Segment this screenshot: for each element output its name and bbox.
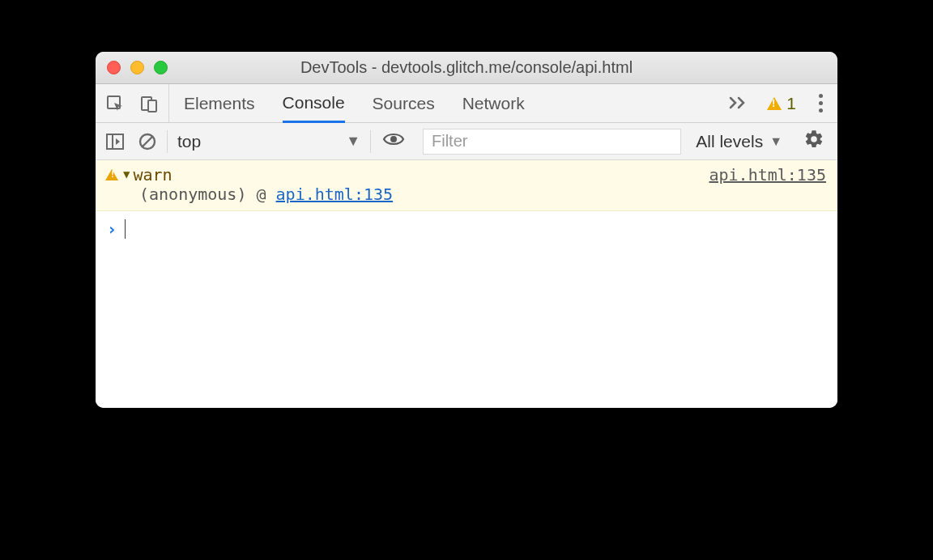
prompt-chevron-icon: ›	[107, 219, 117, 239]
console-settings-icon[interactable]	[803, 129, 824, 150]
disclosure-triangle-icon[interactable]: ▼	[123, 168, 130, 180]
chevron-down-icon: ▼	[346, 133, 360, 150]
main-tabsbar: Elements Console Sources Network 1	[96, 84, 837, 123]
svg-point-7	[390, 136, 397, 142]
log-levels-select[interactable]: All levels ▼	[688, 132, 790, 151]
tab-sources[interactable]: Sources	[373, 84, 435, 122]
chevron-down-icon: ▼	[769, 134, 782, 149]
clear-console-icon[interactable]	[138, 132, 157, 151]
kebab-icon	[819, 94, 823, 112]
window-maximize-button[interactable]	[154, 61, 168, 74]
warning-source-link[interactable]: api.html:135	[709, 165, 827, 185]
live-expression-icon[interactable]	[382, 131, 405, 147]
stack-frame-prefix: (anonymous) @	[139, 185, 276, 204]
window-titlebar: DevTools - devtools.glitch.me/console/ap…	[96, 52, 837, 84]
console-output: ▼ warn api.html:135 (anonymous) @ api.ht…	[96, 160, 837, 408]
device-toggle-icon[interactable]	[139, 94, 159, 113]
warnings-count: 1	[786, 94, 796, 113]
devtools-window: DevTools - devtools.glitch.me/console/ap…	[96, 52, 837, 408]
window-minimize-button[interactable]	[130, 61, 144, 74]
svg-rect-2	[148, 100, 156, 112]
window-title: DevTools - devtools.glitch.me/console/ap…	[96, 58, 837, 77]
tab-network[interactable]: Network	[462, 84, 525, 122]
warning-stack-frame: (anonymous) @ api.html:135	[105, 185, 826, 204]
console-sidebar-toggle-icon[interactable]	[105, 133, 125, 151]
tab-elements[interactable]: Elements	[184, 84, 255, 122]
log-levels-label: All levels	[696, 132, 763, 151]
console-filter-input[interactable]	[423, 129, 681, 155]
tab-console[interactable]: Console	[283, 85, 345, 123]
stack-frame-link[interactable]: api.html:135	[276, 185, 394, 204]
console-warning-message: ▼ warn api.html:135 (anonymous) @ api.ht…	[96, 160, 837, 211]
svg-rect-3	[107, 134, 123, 149]
inspect-element-icon[interactable]	[105, 94, 125, 113]
warning-label: warn	[133, 165, 172, 185]
execution-context-select[interactable]: top ▼	[168, 123, 370, 159]
text-caret	[125, 219, 126, 239]
console-toolbar: top ▼ All levels ▼	[96, 123, 837, 160]
svg-line-6	[143, 137, 152, 146]
execution-context-value: top	[177, 132, 201, 151]
warning-icon	[767, 97, 782, 110]
more-tabs-button[interactable]	[717, 93, 759, 114]
console-prompt[interactable]: ›	[96, 211, 837, 247]
window-close-button[interactable]	[107, 61, 121, 74]
main-menu-button[interactable]	[804, 94, 837, 112]
window-traffic-lights	[107, 61, 168, 74]
warnings-badge[interactable]: 1	[759, 94, 804, 113]
warning-icon	[105, 169, 118, 180]
